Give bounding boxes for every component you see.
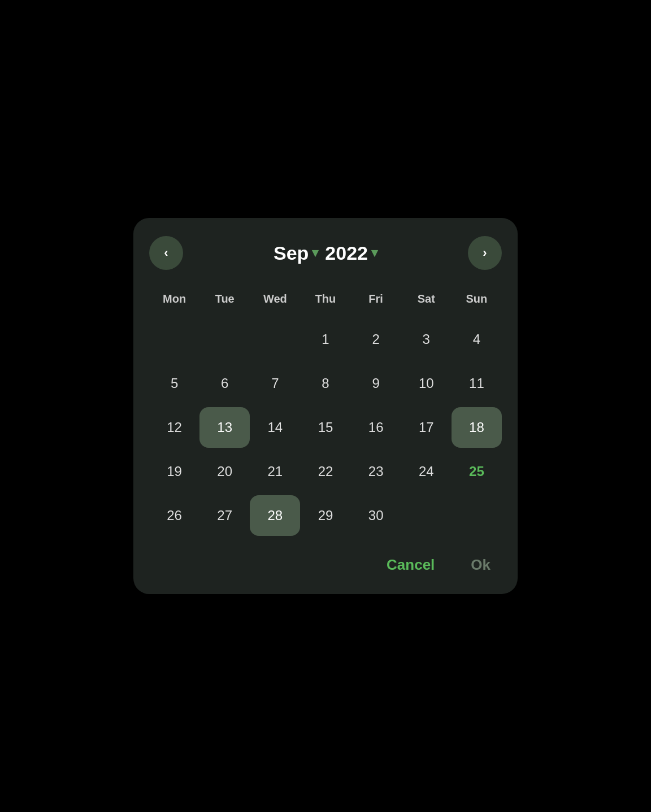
day-cell-19[interactable]: 19 <box>149 451 199 492</box>
cancel-button[interactable]: Cancel <box>380 552 441 578</box>
chevron-left-icon: ‹ <box>164 246 168 260</box>
day-cell-29[interactable]: 29 <box>300 495 350 536</box>
day-header-tue: Tue <box>199 288 250 315</box>
day-cell-13[interactable]: 13 <box>199 407 250 448</box>
day-cell-6[interactable]: 6 <box>199 363 250 404</box>
day-cell-2[interactable]: 2 <box>351 319 401 360</box>
day-cell-3[interactable]: 3 <box>401 319 452 360</box>
day-cell-20[interactable]: 20 <box>199 451 250 492</box>
day-cell-28[interactable]: 28 <box>250 495 300 536</box>
day-cell-12[interactable]: 12 <box>149 407 199 448</box>
month-label: Sep <box>274 242 309 264</box>
day-header-fri: Fri <box>351 288 401 315</box>
day-cell-22[interactable]: 22 <box>300 451 350 492</box>
day-cell-21[interactable]: 21 <box>250 451 300 492</box>
day-cell-empty <box>452 495 502 536</box>
day-cell-16[interactable]: 16 <box>351 407 401 448</box>
day-cell-18[interactable]: 18 <box>452 407 502 448</box>
day-cell-4[interactable]: 4 <box>452 319 502 360</box>
day-cell-5[interactable]: 5 <box>149 363 199 404</box>
calendar-dialog: ‹ Sep ▾ 2022 ▾ › Mon Tue Wed Thu Fri Sat… <box>133 218 518 594</box>
month-chevron-icon: ▾ <box>312 246 318 260</box>
year-label: 2022 <box>325 242 368 264</box>
day-cell-14[interactable]: 14 <box>250 407 300 448</box>
day-cell-30[interactable]: 30 <box>351 495 401 536</box>
day-cell-27[interactable]: 27 <box>199 495 250 536</box>
day-cell-8[interactable]: 8 <box>300 363 350 404</box>
calendar-grid: 1 2 3 4 5 6 7 8 9 10 11 12 13 14 15 16 1… <box>149 319 502 536</box>
day-cell-9[interactable]: 9 <box>351 363 401 404</box>
day-header-thu: Thu <box>300 288 350 315</box>
day-header-wed: Wed <box>250 288 300 315</box>
year-selector-button[interactable]: 2022 ▾ <box>325 242 377 264</box>
day-cell-11[interactable]: 11 <box>452 363 502 404</box>
month-selector-button[interactable]: Sep ▾ <box>274 242 318 264</box>
ok-button[interactable]: Ok <box>464 552 497 578</box>
day-cell-empty <box>401 495 452 536</box>
day-cell-23[interactable]: 23 <box>351 451 401 492</box>
day-header-mon: Mon <box>149 288 199 315</box>
prev-month-button[interactable]: ‹ <box>149 236 183 270</box>
day-cell-7[interactable]: 7 <box>250 363 300 404</box>
day-cell-empty <box>149 319 199 360</box>
dialog-footer: Cancel Ok <box>149 552 502 578</box>
day-header-sun: Sun <box>452 288 502 315</box>
day-cell-10[interactable]: 10 <box>401 363 452 404</box>
day-cell-25[interactable]: 25 <box>452 451 502 492</box>
day-cell-1[interactable]: 1 <box>300 319 350 360</box>
day-headers: Mon Tue Wed Thu Fri Sat Sun <box>149 288 502 315</box>
chevron-right-icon: › <box>483 246 487 260</box>
day-cell-26[interactable]: 26 <box>149 495 199 536</box>
calendar-header: ‹ Sep ▾ 2022 ▾ › <box>149 236 502 270</box>
year-chevron-icon: ▾ <box>371 246 377 260</box>
day-cell-17[interactable]: 17 <box>401 407 452 448</box>
day-cell-empty <box>199 319 250 360</box>
day-header-sat: Sat <box>401 288 452 315</box>
next-month-button[interactable]: › <box>468 236 502 270</box>
day-cell-24[interactable]: 24 <box>401 451 452 492</box>
day-cell-15[interactable]: 15 <box>300 407 350 448</box>
month-year-display: Sep ▾ 2022 ▾ <box>274 242 377 264</box>
day-cell-empty <box>250 319 300 360</box>
